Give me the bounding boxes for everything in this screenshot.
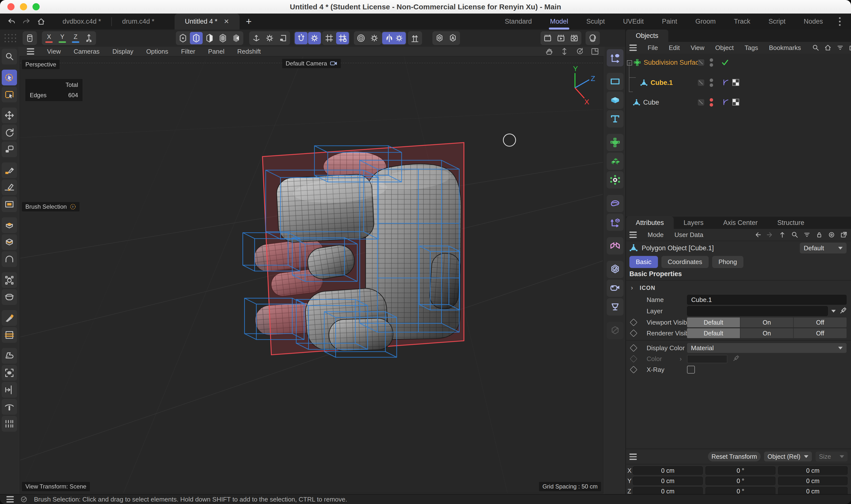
polygons-mode-button[interactable]	[203, 32, 216, 44]
grid-toggle-button[interactable]	[323, 32, 336, 44]
field-tool[interactable]	[607, 134, 623, 151]
render-picture-viewer-button[interactable]	[554, 32, 567, 44]
environment-tool[interactable]	[607, 261, 623, 278]
knife-tool[interactable]	[2, 310, 17, 326]
workspace-sculpt[interactable]: Sculpt	[577, 14, 614, 30]
workspace-groom[interactable]: Groom	[686, 14, 725, 30]
workspace-model[interactable]: Model	[541, 14, 578, 30]
enable-toggle[interactable]	[698, 99, 704, 106]
material-tool[interactable]	[607, 322, 623, 339]
visibility-dots[interactable]	[710, 78, 713, 87]
tree-row-cube1[interactable]: Cube.1	[626, 78, 851, 88]
deformer-tool[interactable]	[607, 195, 623, 212]
attributes-menu-mode[interactable]: Mode	[648, 231, 663, 239]
home-icon[interactable]	[37, 17, 45, 26]
close-tab-icon[interactable]: ✕	[224, 18, 229, 25]
rotation-y-field[interactable]: 0 °	[706, 477, 775, 485]
rectangle-spline-tool[interactable]	[2, 196, 17, 212]
push-surface-tool[interactable]	[2, 399, 17, 415]
simulation-tool[interactable]	[607, 171, 623, 188]
tab-drum[interactable]: drum.c4d *	[112, 14, 165, 30]
viewport-menu-icon[interactable]	[27, 48, 34, 55]
collapse-toggle[interactable]: −	[627, 60, 632, 66]
scale-y-field[interactable]: 0 cm	[778, 477, 848, 485]
keyframe-diamond[interactable]	[630, 344, 637, 352]
live-selection-tool[interactable]	[2, 70, 17, 85]
objects-menu-object[interactable]: Object	[715, 44, 734, 52]
primitive-cube-tool[interactable]	[607, 92, 623, 109]
lock-icon[interactable]	[816, 231, 823, 238]
workspace-track[interactable]: Track	[725, 14, 759, 30]
back-icon[interactable]	[754, 231, 761, 238]
workspace-nodes[interactable]: Nodes	[795, 14, 832, 30]
move-tool[interactable]	[2, 108, 17, 123]
keyframe-diamond[interactable]	[630, 366, 637, 373]
subtab-coordinates[interactable]: Coordinates	[661, 256, 709, 268]
popout-icon[interactable]	[849, 44, 851, 51]
option-default[interactable]: Default	[687, 328, 740, 338]
color-swatch[interactable]	[687, 355, 727, 363]
viewport-menu-panel[interactable]: Panel	[208, 48, 225, 55]
position-x-field[interactable]: 0 cm	[633, 466, 703, 475]
axis-y-button[interactable]: Y	[56, 32, 69, 44]
tab-untitled4-active[interactable]: Untitled 4 * ✕	[175, 14, 240, 30]
toolbar-drag-handle[interactable]	[3, 33, 17, 43]
status-menu-icon[interactable]	[6, 496, 14, 503]
search-icon[interactable]	[791, 231, 798, 238]
viewport-menu-cameras[interactable]: Cameras	[74, 48, 100, 55]
workplane-tool-button[interactable]	[23, 32, 36, 44]
search-icon[interactable]	[812, 44, 819, 51]
objects-menu-bookmarks[interactable]: Bookmarks	[769, 44, 801, 52]
chevron-down-icon[interactable]	[831, 310, 836, 312]
viewport-canvas[interactable]: Perspective Default Camera Total Edges 6…	[20, 56, 603, 493]
preset-dropdown[interactable]: Default	[800, 242, 847, 253]
orbit-icon[interactable]	[575, 47, 584, 56]
scale-x-field[interactable]: 0 cm	[778, 466, 848, 475]
enabled-check-icon[interactable]	[721, 58, 729, 67]
option-on[interactable]: On	[741, 328, 793, 338]
roller-tool[interactable]	[2, 289, 17, 305]
objects-menu-view[interactable]: View	[691, 44, 705, 52]
zoom-icon[interactable]	[560, 47, 569, 56]
size-dropdown[interactable]: Size	[816, 452, 848, 462]
keyframe-diamond[interactable]	[630, 329, 637, 337]
model-mode-button[interactable]	[216, 32, 229, 44]
edges-mode-button[interactable]	[190, 32, 203, 44]
up-icon[interactable]	[779, 231, 786, 238]
viewport-menu-view[interactable]: View	[47, 48, 61, 55]
popout-icon[interactable]	[840, 231, 848, 238]
enable-toggle[interactable]	[698, 79, 704, 86]
axis-tool-button[interactable]	[83, 32, 95, 44]
rotation-x-field[interactable]: 0 °	[706, 466, 775, 475]
tree-row-subdivision-surface[interactable]: − Subdivision Surface	[626, 58, 851, 68]
visibility-dots-hidden[interactable]	[710, 98, 713, 107]
subtab-phong[interactable]: Phong	[712, 256, 743, 268]
uvw-tag-icon[interactable]	[732, 79, 739, 86]
transform-tool[interactable]	[607, 49, 623, 67]
tab-layers[interactable]: Layers	[674, 217, 713, 229]
viewport-menu-filter[interactable]: Filter	[181, 48, 195, 55]
motext-tool[interactable]	[607, 110, 623, 127]
arch-tool[interactable]	[2, 251, 17, 267]
filter-icon[interactable]	[803, 231, 811, 238]
display-color-dropdown[interactable]: Material	[687, 343, 847, 353]
frame-selected-button[interactable]	[277, 32, 289, 44]
tool-hint-label[interactable]: Brush Selection	[22, 202, 79, 211]
snap-toggle-button[interactable]	[295, 32, 307, 44]
render-view-button[interactable]	[541, 32, 554, 44]
uv-mode-button[interactable]	[230, 32, 243, 44]
quantize-toggle-button[interactable]	[336, 32, 349, 44]
extrude-cube-tool[interactable]	[2, 234, 17, 250]
workspace-standard[interactable]: Standard	[496, 14, 541, 30]
enable-toggle[interactable]	[698, 59, 704, 66]
symmetry-settings-button[interactable]	[368, 32, 381, 44]
objects-menu-edit[interactable]: Edit	[669, 44, 680, 52]
redshift-sphere-button[interactable]	[586, 32, 599, 44]
filter-icon[interactable]	[836, 44, 844, 51]
iron-tool[interactable]	[2, 348, 17, 364]
xray-checkbox[interactable]	[687, 366, 695, 374]
name-input[interactable]	[687, 295, 847, 305]
find-tool[interactable]	[2, 49, 17, 65]
position-y-field[interactable]: 0 cm	[633, 477, 703, 485]
annotation-a-button[interactable]	[446, 32, 459, 44]
